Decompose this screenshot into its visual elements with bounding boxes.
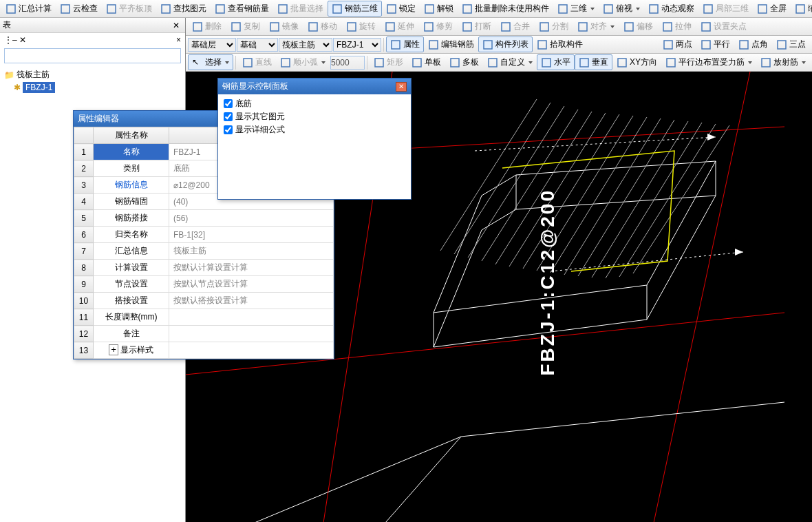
radial-button[interactable]: 放射筋 [756, 54, 810, 70]
tree-panel-close-icon[interactable]: ✕ [170, 21, 182, 30]
prop-value[interactable]: 按默认搭接设置计算 [169, 293, 334, 309]
svg-rect-9 [463, 5, 471, 13]
display-option[interactable]: 底筋 [224, 97, 405, 110]
property-row[interactable]: 7汇总信息筏板主筋 [74, 243, 334, 260]
props-button[interactable]: 属性 [386, 36, 424, 52]
custom-button[interactable]: 自定义 [483, 54, 537, 70]
pt-angle-label: 点角 [751, 39, 768, 50]
property-row[interactable]: 8计算设置按默认计算设置计算 [74, 260, 334, 276]
view-3d-button[interactable]: 三维 [553, 1, 599, 17]
three-pt-button[interactable]: 三点 [772, 36, 810, 52]
svg-rect-5 [279, 5, 287, 13]
prop-value[interactable]: FB-1[32] [169, 227, 334, 243]
tree-item[interactable]: ✱ FBZJ-1 [14, 82, 181, 93]
display-checkbox[interactable] [224, 112, 233, 121]
pick-button[interactable]: 拾取构件 [533, 36, 587, 52]
batch-sel-button: 批量选择 [273, 1, 328, 17]
tool-icon [424, 3, 435, 14]
tool-icon [106, 3, 117, 14]
lock-button[interactable]: 锁定 [382, 1, 420, 17]
display-option[interactable]: 显示详细公式 [224, 123, 405, 136]
distance-input[interactable] [330, 56, 365, 70]
prop-name: 计算设置 [94, 260, 169, 276]
edit-rebar-button[interactable]: 编辑钢筋 [424, 36, 478, 52]
component-select[interactable]: FBZJ-1 [333, 38, 381, 52]
context-toolbar: 基础层 基础 筏板主筋 FBZJ-1 属性编辑钢筋构件列表拾取构件 两点平行点角… [186, 36, 812, 54]
tool-icon [160, 3, 171, 14]
cloud-check-button[interactable]: 云检查 [56, 1, 102, 17]
row-number: 5 [74, 210, 94, 227]
prop-value[interactable]: 按默认节点设置计算 [169, 276, 334, 293]
tool-icon [462, 3, 473, 14]
close-icon[interactable]: ✕ [396, 82, 407, 92]
zoom-button[interactable]: 缩放 [791, 1, 812, 17]
svg-rect-21 [386, 23, 394, 31]
prop-value[interactable]: 筏板主筋 [169, 243, 334, 260]
type-select[interactable]: 筏板主筋 [279, 38, 332, 52]
batch-del-button[interactable]: 批量删除未使用构件 [458, 1, 553, 17]
display-option[interactable]: 显示其它图元 [224, 110, 405, 123]
tool-icon [617, 57, 628, 68]
expand-icon[interactable]: + [109, 344, 118, 355]
display-checkbox[interactable] [224, 99, 233, 108]
xy-button[interactable]: XY方向 [612, 54, 661, 70]
dyn-obs-button[interactable]: 动态观察 [644, 1, 698, 17]
prop-value[interactable]: 按默认计算设置计算 [169, 260, 334, 276]
floor-select[interactable]: 基础层 [188, 38, 236, 52]
extend-label: 延伸 [398, 21, 414, 32]
property-row[interactable]: 5钢筋搭接(56) [74, 210, 334, 227]
comp-list-button[interactable]: 构件列表 [478, 36, 533, 52]
flat-slab-label: 平齐板顶 [119, 3, 152, 14]
search-input[interactable] [4, 48, 181, 63]
prop-value[interactable] [169, 309, 334, 326]
display-checkbox[interactable] [224, 125, 233, 134]
property-row[interactable]: 10搭接设置按默认搭接设置计算 [74, 293, 334, 309]
svg-rect-6 [333, 5, 341, 13]
parallel-rebar-button[interactable]: 平行边布置受力筋 [661, 54, 756, 70]
property-row[interactable]: 13+显示样式 [74, 342, 334, 359]
prop-value[interactable]: (56) [169, 210, 334, 227]
tool-icon [482, 39, 493, 50]
property-row[interactable]: 11长度调整(mm) [74, 309, 334, 326]
two-pt-button[interactable]: 两点 [659, 36, 696, 52]
category-select[interactable]: 基础 [237, 38, 278, 52]
sum-calc-button[interactable]: 汇总计算 [1, 1, 56, 17]
parallel-button[interactable]: 平行 [696, 36, 734, 52]
prop-value[interactable] [169, 326, 334, 342]
svg-rect-44 [542, 59, 551, 67]
property-row[interactable]: 12备注 [74, 326, 334, 342]
svg-rect-39 [281, 59, 290, 67]
prop-link[interactable]: 钢筋信息 [115, 180, 148, 189]
rotate-button: 旋转 [342, 19, 380, 34]
rebar-display-title[interactable]: 钢筋显示控制面板 ✕ [218, 79, 411, 94]
fullscreen-button[interactable]: 全屏 [753, 1, 791, 17]
unlock-button[interactable]: 解锁 [420, 1, 458, 17]
row-number: 9 [74, 276, 94, 293]
tool-icon [500, 21, 511, 32]
property-row[interactable]: 9节点设置按默认节点设置计算 [74, 276, 334, 293]
view-3d-label: 三维 [570, 3, 587, 14]
view-rebar-button[interactable]: 查看钢筋量 [211, 1, 273, 17]
vert-button[interactable]: 垂直 [575, 54, 612, 70]
parallel-rebar-label: 平行边布置受力筋 [679, 56, 745, 68]
delete-button: 删除 [188, 19, 226, 34]
gear-icon: ✱ [14, 83, 21, 92]
svg-rect-34 [664, 41, 672, 49]
filter-close-icon[interactable]: × [176, 35, 181, 45]
find-elem-button[interactable]: 查找图元 [156, 1, 211, 17]
select-button[interactable]: ↖选择 [188, 54, 233, 70]
mirror-button: 镜像 [265, 19, 303, 34]
horiz-button[interactable]: 水平 [537, 54, 575, 70]
property-row[interactable]: 6归类名称FB-1[32] [74, 227, 334, 243]
top-view-button[interactable]: 俯视 [599, 1, 644, 17]
align-label: 对齐 [590, 21, 607, 32]
tree-root[interactable]: 📁 筏板主筋 [4, 67, 181, 82]
single-button[interactable]: 单板 [407, 54, 445, 70]
tool-icon [701, 39, 712, 50]
rebar-3d-button[interactable]: 钢筋三维 [328, 1, 382, 17]
svg-line-60 [440, 99, 537, 251]
multi-button[interactable]: 多板 [445, 54, 483, 70]
pt-angle-button[interactable]: 点角 [734, 36, 772, 52]
tool-icon [242, 57, 253, 68]
prop-value[interactable] [169, 342, 334, 359]
